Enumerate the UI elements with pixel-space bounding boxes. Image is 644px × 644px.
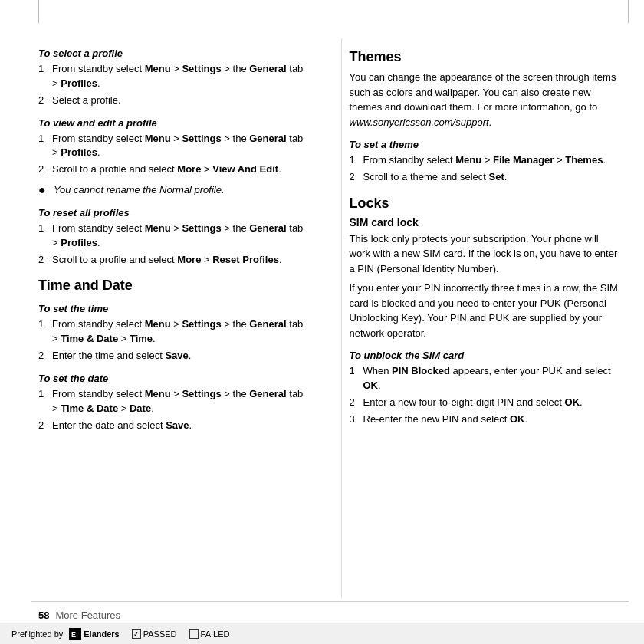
- step-item: 1 From standby select Menu > Settings > …: [38, 387, 310, 416]
- note-text: You cannot rename the Normal profile.: [54, 183, 225, 198]
- step-item: 2 Scroll to a profile and select More > …: [38, 163, 310, 177]
- step-item: 2 Enter a new four-to-eight-digit PIN an…: [350, 396, 622, 410]
- reset-profiles-section: To reset all profiles 1 From standby sel…: [38, 207, 310, 268]
- step-item: 2 Scroll to a theme and select Set.: [350, 170, 622, 185]
- fold-line-left: [38, 0, 39, 23]
- set-date-title: To set the date: [38, 373, 310, 384]
- step-text: Re-enter the new PIN and select OK.: [363, 412, 528, 427]
- step-item: 1 From standby select Menu > Settings > …: [38, 62, 310, 91]
- step-text: Scroll to a theme and select Set.: [363, 170, 508, 185]
- note-icon: ●: [38, 183, 49, 197]
- failed-label: FAILED: [201, 629, 230, 639]
- themes-body: You can change the appearance of the scr…: [350, 70, 622, 130]
- themes-title: Themes: [350, 49, 622, 65]
- step-number: 3: [350, 412, 360, 427]
- unblock-sim-title: To unblock the SIM card: [350, 350, 622, 361]
- set-date-section: To set the date 1 From standby select Me…: [38, 373, 310, 433]
- preflight-logo: E Elanders: [69, 628, 119, 640]
- preflight-logo-icon: E: [69, 628, 81, 640]
- svg-text:E: E: [71, 631, 76, 639]
- locks-title: Locks: [350, 196, 622, 212]
- step-text: When PIN Blocked appears, enter your PUK…: [363, 364, 622, 393]
- page-container: To select a profile 1 From standby selec…: [0, 0, 644, 644]
- page-label: More Features: [55, 610, 120, 621]
- step-item: 2 Enter the time and select Save.: [38, 349, 310, 363]
- time-date-title: Time and Date: [38, 278, 310, 294]
- step-item: 1 From standby select Menu > Settings > …: [38, 132, 310, 161]
- step-number: 1: [38, 132, 49, 161]
- step-text: From standby select Menu > File Manager …: [363, 153, 606, 168]
- step-item: 3 Re-enter the new PIN and select OK.: [350, 412, 622, 427]
- step-text: Enter the date and select Save.: [52, 419, 192, 433]
- step-text: Scroll to a profile and select More > Vi…: [52, 163, 281, 177]
- passed-label: PASSED: [143, 629, 177, 639]
- view-edit-profile-section: To view and edit a profile 1 From standb…: [38, 117, 310, 198]
- locks-section: Locks SIM card lock This lock only prote…: [350, 196, 622, 427]
- set-time-steps: 1 From standby select Menu > Settings > …: [38, 317, 310, 363]
- reset-profiles-title: To reset all profiles: [38, 207, 310, 219]
- checkbox-failed: [189, 629, 199, 639]
- fold-line-right: [628, 0, 629, 23]
- step-number: 2: [350, 396, 360, 410]
- step-text: From standby select Menu > Settings > th…: [52, 387, 310, 416]
- preflight-bar: Preflighted by E Elanders ✓ PASSED FAILE…: [0, 623, 644, 644]
- step-number: 2: [38, 94, 49, 108]
- step-number: 2: [38, 253, 49, 268]
- time-date-section: Time and Date To set the time 1 From sta…: [38, 278, 310, 432]
- step-text: From standby select Menu > Settings > th…: [52, 317, 310, 347]
- step-text: Enter a new four-to-eight-digit PIN and …: [363, 396, 583, 410]
- step-text: From standby select Menu > Settings > th…: [52, 222, 310, 251]
- set-time-title: To set the time: [38, 303, 310, 314]
- themes-body-end: .: [489, 117, 492, 128]
- checkbox-passed: ✓: [132, 629, 141, 639]
- step-number: 2: [38, 163, 49, 177]
- preflight-prefix: Preflighted by: [12, 629, 63, 639]
- step-number: 1: [350, 153, 360, 168]
- set-date-steps: 1 From standby select Menu > Settings > …: [38, 387, 310, 433]
- themes-body-text: You can change the appearance of the scr…: [350, 71, 616, 113]
- page-number-area: 58 More Features: [38, 610, 120, 621]
- themes-link: www.sonyericsson.com/support: [350, 117, 489, 128]
- step-item: 1 From standby select Menu > Settings > …: [38, 222, 310, 251]
- step-text: From standby select Menu > Settings > th…: [52, 132, 310, 161]
- sim-card-lock-body2: If you enter your PIN incorrectly three …: [350, 281, 622, 340]
- preflight-passed: ✓ PASSED: [132, 629, 177, 639]
- select-profile-steps: 1 From standby select Menu > Settings > …: [38, 62, 310, 108]
- step-text: Enter the time and select Save.: [52, 349, 191, 363]
- step-number: 1: [38, 387, 49, 416]
- set-theme-steps: 1 From standby select Menu > File Manage…: [350, 153, 622, 185]
- select-profile-section: To select a profile 1 From standby selec…: [38, 48, 310, 108]
- set-time-section: To set the time 1 From standby select Me…: [38, 303, 310, 363]
- sim-card-lock-body1: This lock only protects your subscriptio…: [350, 232, 622, 277]
- step-text: Select a profile.: [52, 94, 121, 108]
- unblock-sim-section: To unblock the SIM card 1 When PIN Block…: [350, 350, 622, 426]
- step-text: From standby select Menu > Settings > th…: [52, 62, 310, 91]
- preflight-failed: FAILED: [189, 629, 230, 639]
- note-box: ● You cannot rename the Normal profile.: [38, 183, 310, 198]
- select-profile-title: To select a profile: [38, 48, 310, 59]
- step-item: 1 From standby select Menu > File Manage…: [350, 153, 622, 168]
- step-item: 2 Select a profile.: [38, 94, 310, 108]
- step-number: 1: [38, 222, 49, 251]
- preflight-company: Elanders: [84, 629, 119, 639]
- step-item: 2 Scroll to a profile and select More > …: [38, 253, 310, 268]
- step-item: 1 From standby select Menu > Settings > …: [38, 317, 310, 347]
- step-number: 1: [350, 364, 360, 393]
- unblock-sim-steps: 1 When PIN Blocked appears, enter your P…: [350, 364, 622, 426]
- content-area: To select a profile 1 From standby selec…: [38, 38, 621, 598]
- step-number: 2: [350, 170, 360, 185]
- set-theme-title: To set a theme: [350, 139, 622, 150]
- step-number: 2: [38, 349, 49, 363]
- step-number: 1: [38, 317, 49, 347]
- step-item: 2 Enter the date and select Save.: [38, 419, 310, 433]
- step-number: 2: [38, 419, 49, 433]
- page-number: 58: [38, 610, 49, 621]
- view-edit-profile-steps: 1 From standby select Menu > Settings > …: [38, 132, 310, 178]
- right-column: Themes You can change the appearance of …: [341, 38, 622, 598]
- left-column: To select a profile 1 From standby selec…: [38, 38, 318, 598]
- set-theme-section: To set a theme 1 From standby select Men…: [350, 139, 622, 185]
- reset-profiles-steps: 1 From standby select Menu > Settings > …: [38, 222, 310, 268]
- sim-card-lock-subtitle: SIM card lock: [350, 216, 622, 228]
- step-text: Scroll to a profile and select More > Re…: [52, 253, 282, 268]
- step-number: 1: [38, 62, 49, 91]
